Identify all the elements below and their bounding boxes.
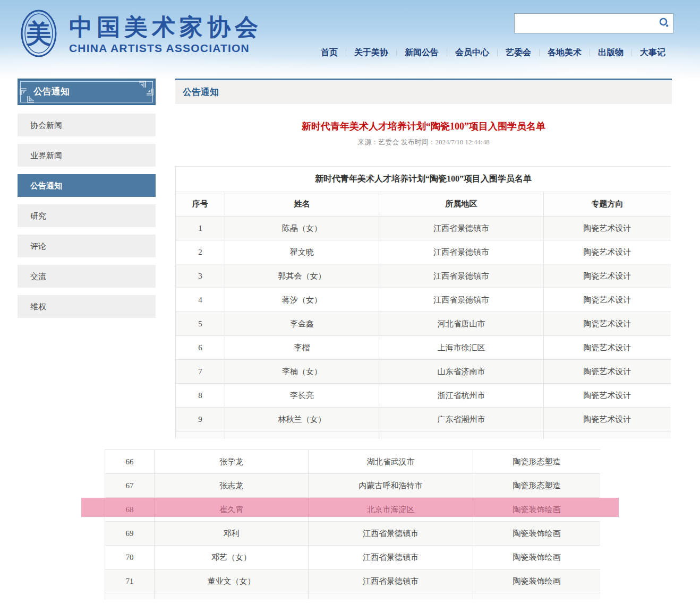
caa-seal-icon: 美 (14, 8, 64, 60)
nav-item-7[interactable]: 大事记 (632, 47, 673, 58)
table-row-1: 1陈晶（女）江西省景德镇市陶瓷艺术设计 (176, 217, 671, 240)
col-header-region: 所属地区 (379, 192, 544, 217)
site-name-en: CHINA ARTISTS ASSOCIATION (69, 42, 262, 55)
table-cell: 北京市海淀区 (309, 498, 473, 522)
table-cell: 邓艺（女） (155, 546, 309, 569)
table-cell: 66 (105, 450, 155, 474)
table-cell: 江西省景德镇市 (379, 240, 544, 264)
table-cell: 9 (176, 408, 225, 431)
table-row-71: 71董业文（女）江西省景德镇市陶瓷装饰绘画 (105, 569, 601, 593)
table-cell: 崔久霄 (155, 498, 309, 522)
table-cell: 2 (176, 240, 225, 264)
fret-corner-icon (20, 81, 27, 88)
table-cell: 林秋兰（女） (225, 408, 379, 431)
partial-row (176, 431, 671, 439)
page: 美 中国美术家协会 CHINA ARTISTS ASSOCIATION 首页关于… (0, 0, 700, 605)
sidebar-item-4[interactable]: 评论 (18, 235, 156, 257)
table-row-68: 68崔久霄北京市海淀区陶瓷装饰绘画 (105, 498, 601, 522)
table-cell: 湖北省武汉市 (309, 450, 473, 474)
fret-corner-icon (20, 96, 27, 103)
table-cell: 李楠（女） (225, 360, 379, 384)
search-input[interactable] (515, 14, 655, 33)
table-row-6: 6李楷上海市徐汇区陶瓷艺术设计 (176, 336, 671, 360)
table-cell: 山东省济南市 (379, 360, 544, 384)
table-cell: 江西省景德镇市 (309, 522, 473, 546)
table-cell: 陶瓷艺术设计 (544, 384, 671, 408)
main-nav: 首页关于美协新闻公告会员中心艺委会各地美术出版物大事记 (313, 45, 673, 60)
table-cell: 陈晶（女） (225, 217, 379, 240)
sidebar: 公告通知 协会新闻业界新闻公告通知研究评论交流维权 (18, 79, 156, 318)
sidebar-item-5[interactable]: 交流 (18, 265, 156, 288)
table-row-67: 67张志龙内蒙古呼和浩特市陶瓷形态塑造 (105, 474, 601, 498)
table-cell: 陶瓷装饰绘画 (473, 498, 601, 522)
sidebar-item-0[interactable]: 协会新闻 (18, 114, 156, 136)
table-row-70: 70邓艺（女）江西省景德镇市陶瓷装饰绘画 (105, 546, 601, 569)
table-cell: 陶瓷装饰绘画 (473, 569, 601, 593)
nav-item-2[interactable]: 新闻公告 (397, 47, 447, 58)
fret-corner-icon (146, 96, 153, 103)
table-cell: 李金鑫 (225, 312, 379, 336)
table-cell: 陶瓷艺术设计 (544, 264, 671, 288)
table-cell: 广东省潮州市 (379, 408, 544, 431)
table-cell: 4 (176, 288, 225, 312)
nav-item-6[interactable]: 出版物 (590, 47, 631, 58)
table-row-5: 5李金鑫河北省唐山市陶瓷艺术设计 (176, 312, 671, 336)
sidebar-item-1[interactable]: 业界新闻 (18, 144, 156, 167)
roster-table-continued: 66张学龙湖北省武汉市陶瓷形态塑造67张志龙内蒙古呼和浩特市陶瓷形态塑造68崔久… (105, 450, 600, 599)
sidebar-title: 公告通知 (18, 79, 156, 105)
table-cell: 陶瓷形态塑造 (473, 474, 601, 498)
table-cell: 陶瓷装饰绘画 (473, 522, 601, 546)
table-cell: 江西省景德镇市 (309, 569, 473, 593)
table-cell: 郭其会（女） (225, 264, 379, 288)
table-cell: 江西省景德镇市 (309, 546, 473, 569)
site-name-zh: 中国美术家协会 (69, 14, 262, 41)
site-logo[interactable]: 美 中国美术家协会 CHINA ARTISTS ASSOCIATION (14, 8, 262, 60)
svg-text:美: 美 (25, 20, 52, 48)
table-row-3: 3郭其会（女）江西省景德镇市陶瓷艺术设计 (176, 264, 671, 288)
table-cell: 内蒙古呼和浩特市 (309, 474, 473, 498)
main-content: 公告通知 新时代青年美术人才培养计划“陶瓷100”项目入围学员名单 来源：艺委会… (175, 79, 672, 439)
search-button[interactable] (655, 14, 673, 33)
table-row-2: 2翟文晓江西省景德镇市陶瓷艺术设计 (176, 240, 671, 264)
table-row-66: 66张学龙湖北省武汉市陶瓷形态塑造 (105, 450, 601, 474)
sidebar-item-3[interactable]: 研究 (18, 204, 156, 227)
col-header-no: 序号 (176, 192, 225, 217)
table-cell: 69 (105, 522, 155, 546)
table-cell: 董业文（女） (155, 569, 309, 593)
nav-item-1[interactable]: 关于美协 (346, 47, 396, 58)
roster-table-bottom-section: 66张学龙湖北省武汉市陶瓷形态塑造67张志龙内蒙古呼和浩特市陶瓷形态塑造68崔久… (105, 450, 600, 599)
table-cell: 7 (176, 360, 225, 384)
article-meta: 来源：艺委会 发布时间：2024/7/10 12:44:48 (175, 137, 672, 147)
table-cell: 李长亮 (225, 384, 379, 408)
table-cell: 陶瓷艺术设计 (544, 408, 671, 431)
table-cell: 陶瓷艺术设计 (544, 336, 671, 360)
table-cell: 1 (176, 217, 225, 240)
nav-item-0[interactable]: 首页 (313, 47, 346, 58)
table-cell: 邓利 (155, 522, 309, 546)
table-cell: 李楷 (225, 336, 379, 360)
table-cell: 陶瓷艺术设计 (544, 312, 671, 336)
nav-item-5[interactable]: 各地美术 (540, 47, 590, 58)
table-cell: 江西省景德镇市 (379, 264, 544, 288)
fret-corner-icon (146, 81, 153, 88)
table-cell: 江西省景德镇市 (379, 288, 544, 312)
table-cell: 河北省唐山市 (379, 312, 544, 336)
col-header-direction: 专题方向 (544, 192, 671, 217)
table-cell: 浙江省杭州市 (379, 384, 544, 408)
table-cell: 蒋汐（女） (225, 288, 379, 312)
table-cell: 70 (105, 546, 155, 569)
table-cell: 68 (105, 498, 155, 522)
breadcrumb: 公告通知 (175, 79, 672, 104)
sidebar-item-2[interactable]: 公告通知 (18, 174, 156, 197)
roster-table-top-section: 新时代青年美术人才培养计划“陶瓷100”项目入围学员名单 序号 姓名 所属地区 … (175, 166, 671, 439)
sidebar-item-6[interactable]: 维权 (18, 295, 156, 318)
table-header-row: 序号 姓名 所属地区 专题方向 (176, 192, 671, 217)
nav-item-4[interactable]: 艺委会 (498, 47, 539, 58)
nav-item-3[interactable]: 会员中心 (447, 47, 497, 58)
table-cell: 陶瓷艺术设计 (544, 217, 671, 240)
table-cell: 3 (176, 264, 225, 288)
table-cell: 陶瓷艺术设计 (544, 360, 671, 384)
table-cell: 陶瓷形态塑造 (473, 450, 601, 474)
col-header-name: 姓名 (225, 192, 379, 217)
search-icon (658, 17, 670, 30)
